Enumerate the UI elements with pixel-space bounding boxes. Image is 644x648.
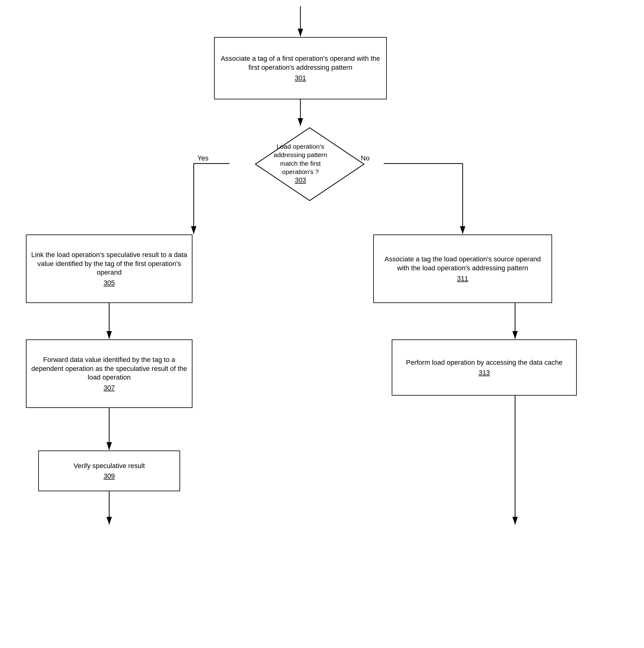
box-305-text: Link the load operation's speculative re… (31, 251, 187, 277)
box-305: Link the load operation's speculative re… (26, 234, 192, 303)
diamond-303-label: 303 (295, 176, 306, 184)
box-307: Forward data value identified by the tag… (26, 339, 192, 408)
box-307-text: Forward data value identified by the tag… (31, 356, 187, 382)
box-311-text: Associate a tag the load operation's sou… (378, 255, 547, 272)
box-301-label: 301 (295, 74, 306, 82)
box-311: Associate a tag the load operation's sou… (373, 234, 552, 303)
diamond-303: Load operation's addressing pattern matc… (245, 126, 356, 201)
box-301: Associate a tag of a first operation's o… (214, 37, 387, 99)
box-305-label: 305 (104, 279, 115, 287)
diamond-303-text: Load operation's addressing pattern matc… (274, 143, 327, 175)
box-313: Perform load operation by accessing the … (392, 339, 577, 395)
box-309-text: Verify speculative result (73, 462, 144, 471)
box-301-text: Associate a tag of a first operation's o… (219, 54, 382, 72)
yes-label: Yes (197, 154, 209, 162)
box-307-label: 307 (104, 384, 115, 392)
box-313-label: 313 (479, 369, 490, 377)
no-label: No (361, 154, 369, 162)
box-313-text: Perform load operation by accessing the … (406, 358, 563, 367)
box-311-label: 311 (457, 275, 469, 283)
flowchart-diagram: Associate a tag of a first operation's o… (0, 0, 644, 648)
diamond-303-content: Load operation's addressing pattern matc… (267, 142, 334, 185)
box-309-label: 309 (104, 472, 115, 480)
box-309: Verify speculative result 309 (38, 450, 180, 491)
